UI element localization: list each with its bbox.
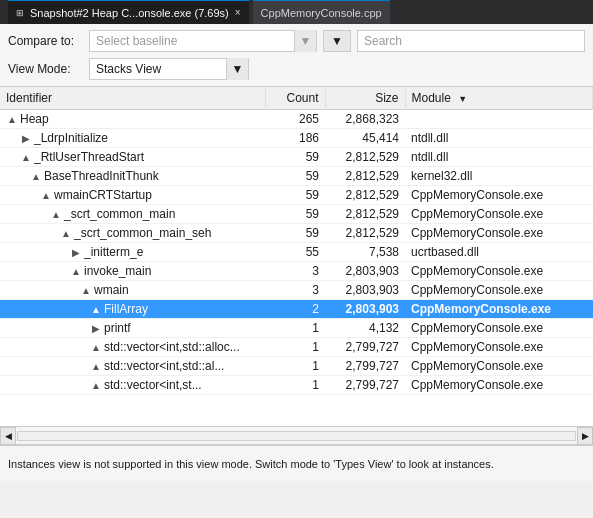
table-row[interactable]: ▲_scrt_common_main592,812,529CppMemoryCo… [0,205,593,224]
cell-count: 59 [265,186,325,205]
identifier-name: _LdrpInitialize [34,131,108,145]
table-row[interactable]: ▲wmainCRTStartup592,812,529CppMemoryCons… [0,186,593,205]
col-size[interactable]: Size [325,87,405,110]
cell-identifier: ▲std::vector<int,st... [0,376,265,395]
source-tab[interactable]: CppMemoryConsole.cpp [253,0,390,24]
view-dropdown-arrow[interactable]: ▼ [226,58,248,80]
cell-module: CppMemoryConsole.exe [405,300,593,319]
view-arrow-icon: ▼ [232,62,244,76]
table-row[interactable]: ▲wmain32,803,903CppMemoryConsole.exe [0,281,593,300]
cell-count: 3 [265,262,325,281]
table-row[interactable]: ▲Heap2652,868,323 [0,110,593,129]
expand-icon[interactable]: ▲ [90,380,102,391]
cell-count: 59 [265,167,325,186]
expand-icon[interactable]: ▲ [20,152,32,163]
expand-icon[interactable]: ▲ [90,361,102,372]
expand-icon[interactable]: ▲ [60,228,72,239]
identifier-name: printf [104,321,131,335]
table-row[interactable]: ▲invoke_main32,803,903CppMemoryConsole.e… [0,262,593,281]
view-row: View Mode: Stacks View ▼ [8,58,585,80]
heap-table: Identifier Count Size Module ▼ ▲Heap2652… [0,87,593,427]
expand-icon[interactable]: ▶ [90,323,102,334]
cell-module: CppMemoryConsole.exe [405,186,593,205]
expand-icon[interactable]: ▲ [90,304,102,315]
scroll-right-button[interactable]: ▶ [577,427,593,445]
cell-size: 2,812,529 [325,167,405,186]
identifier-name: std::vector<int,std::alloc... [104,340,240,354]
identifier-name: wmain [94,283,129,297]
cell-count: 59 [265,148,325,167]
cell-count: 55 [265,243,325,262]
col-module[interactable]: Module ▼ [405,87,593,110]
dropdown-arrow-icon: ▼ [300,34,312,48]
view-label: View Mode: [8,62,83,76]
cell-count: 186 [265,129,325,148]
cell-module: ntdll.dll [405,148,593,167]
status-bar: Instances view is not supported in this … [0,445,593,481]
expand-icon[interactable]: ▲ [50,209,62,220]
search-input[interactable]: Search [357,30,585,52]
expand-icon[interactable]: ▲ [6,114,18,125]
cell-size: 2,799,727 [325,376,405,395]
expand-icon[interactable]: ▲ [70,266,82,277]
snapshot-tab[interactable]: ⊞ Snapshot#2 Heap C...onsole.exe (7.69s)… [8,0,249,24]
table-row[interactable]: ▲std::vector<int,std::alloc...12,799,727… [0,338,593,357]
cell-module: CppMemoryConsole.exe [405,338,593,357]
pin-icon: ⊞ [16,8,24,18]
baseline-select[interactable]: Select baseline ▼ [89,30,317,52]
baseline-placeholder: Select baseline [96,34,294,48]
table-row[interactable]: ▶_LdrpInitialize18645,414ntdll.dll [0,129,593,148]
col-count[interactable]: Count [265,87,325,110]
toolbar: Compare to: Select baseline ▼ ▼ Search V… [0,24,593,87]
cell-module: CppMemoryConsole.exe [405,262,593,281]
cell-size: 2,799,727 [325,357,405,376]
source-tab-label: CppMemoryConsole.cpp [261,7,382,19]
identifier-name: std::vector<int,std::al... [104,359,224,373]
cell-size: 2,803,903 [325,281,405,300]
cell-count: 59 [265,205,325,224]
view-mode-select[interactable]: Stacks View ▼ [89,58,249,80]
cell-identifier: ▲std::vector<int,std::alloc... [0,338,265,357]
compare-row: Compare to: Select baseline ▼ ▼ Search [8,30,585,52]
scroll-track[interactable] [17,431,576,441]
table-row[interactable]: ▲_scrt_common_main_seh592,812,529CppMemo… [0,224,593,243]
compare-label: Compare to: [8,34,83,48]
table-row[interactable]: ▶_initterm_e557,538ucrtbased.dll [0,243,593,262]
cell-identifier: ▲_RtlUserThreadStart [0,148,265,167]
cell-module: CppMemoryConsole.exe [405,319,593,338]
expand-icon[interactable]: ▶ [70,247,82,258]
cell-identifier: ▶_initterm_e [0,243,265,262]
cell-identifier: ▲std::vector<int,std::al... [0,357,265,376]
expand-icon[interactable]: ▲ [90,342,102,353]
table-row[interactable]: ▲FillArray22,803,903CppMemoryConsole.exe [0,300,593,319]
cell-size: 4,132 [325,319,405,338]
expand-icon[interactable]: ▶ [20,133,32,144]
expand-icon[interactable]: ▲ [80,285,92,296]
cell-identifier: ▲_scrt_common_main_seh [0,224,265,243]
table-row[interactable]: ▲_RtlUserThreadStart592,812,529ntdll.dll [0,148,593,167]
cell-size: 2,812,529 [325,186,405,205]
table-row[interactable]: ▲std::vector<int,st...12,799,727CppMemor… [0,376,593,395]
cell-size: 7,538 [325,243,405,262]
cell-module: ntdll.dll [405,129,593,148]
baseline-dropdown-arrow[interactable]: ▼ [294,30,316,52]
cell-identifier: ▲FillArray [0,300,265,319]
expand-icon[interactable]: ▲ [40,190,52,201]
cell-module: CppMemoryConsole.exe [405,205,593,224]
horizontal-scrollbar: ◀ ▶ [0,427,593,445]
identifier-name: invoke_main [84,264,151,278]
scroll-left-button[interactable]: ◀ [0,427,16,445]
col-identifier[interactable]: Identifier [0,87,265,110]
cell-identifier: ▲wmainCRTStartup [0,186,265,205]
cell-identifier: ▲wmain [0,281,265,300]
tab-close-icon[interactable]: × [235,7,241,18]
expand-icon[interactable]: ▲ [30,171,42,182]
identifier-name: Heap [20,112,49,126]
table-row[interactable]: ▲std::vector<int,std::al...12,799,727Cpp… [0,357,593,376]
table-row[interactable]: ▲BaseThreadInitThunk592,812,529kernel32.… [0,167,593,186]
table-row[interactable]: ▶printf14,132CppMemoryConsole.exe [0,319,593,338]
cell-module: CppMemoryConsole.exe [405,281,593,300]
cell-module: CppMemoryConsole.exe [405,376,593,395]
sort-icon: ▼ [458,94,467,104]
filter-button[interactable]: ▼ [323,30,351,52]
